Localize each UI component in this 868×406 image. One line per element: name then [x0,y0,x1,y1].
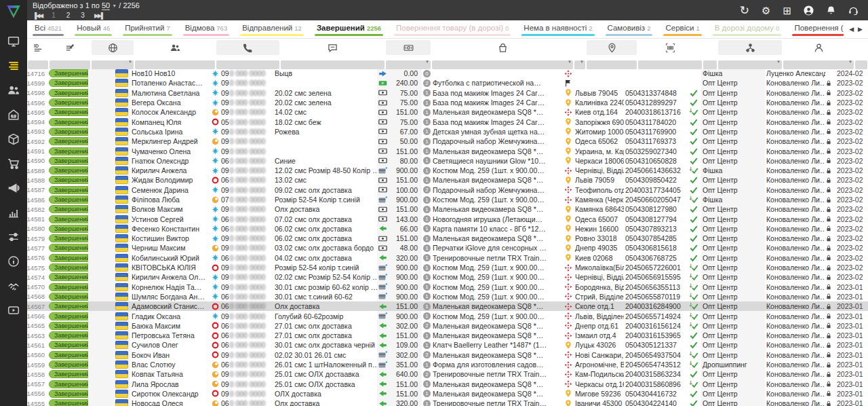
table-row[interactable]: 514561 Завершений Сучилов Олег 060 000 0… [27,340,868,350]
column-header-city[interactable] [587,40,637,55]
tab-pickup[interactable]: Самовивіз2 [600,20,658,38]
table-row[interactable]: 514586 Завершений Філіпова Люба 070 000 … [27,195,868,204]
sidebar-item-statistics[interactable] [0,200,27,225]
sidebar-item-dashboard[interactable] [0,29,27,54]
filter-check-input[interactable] [703,60,717,69]
sidebar-item-showcase[interactable] [0,103,27,127]
column-header-phone[interactable] [216,40,279,55]
filter-payment-input[interactable] [386,60,431,69]
sidebar-item-clients[interactable] [0,78,27,103]
table-row[interactable]: 514589 Завершений Кирилич Анжела 090 000… [27,166,868,175]
table-row[interactable]: 514565 Завершений Баюка Максим 060 000 0… [27,321,868,331]
sidebar-item-purchases[interactable] [0,151,27,176]
page-button-1[interactable]: 1 [52,12,56,19]
table-row[interactable]: 514587 Завершений Семенюк Дарина 090 000… [27,185,868,195]
tab-completed[interactable]: Завершений2256 [309,20,389,38]
column-header-product[interactable] [432,40,573,55]
support-headset-icon[interactable] [848,5,859,16]
filter-ttn-input[interactable] [638,60,702,69]
column-header-check[interactable] [703,40,717,55]
filter-city-input[interactable] [587,60,637,69]
table-row[interactable]: 514575 Завершений КВІТОВСЬКА ЮЛІЯ 090 00… [27,263,868,272]
table-row[interactable]: 514582 Завершений Волков Максим 090 000 … [27,204,868,214]
column-header-source[interactable] [718,40,782,55]
table-row[interactable]: 514570 Завершений Корнелюк Надія Та… 090… [27,282,868,292]
column-header-comment[interactable] [281,40,384,55]
per-page-select[interactable]: 50 [102,1,110,10]
table-row[interactable]: 514574 Завершений Кирилич Анжела Ол… 090… [27,272,868,282]
table-row[interactable]: 514599 Завершений Потапенко Анастас… 090… [27,78,868,88]
tab-on-way-home[interactable]: В дорозі додому0 [707,20,787,38]
table-row[interactable]: 514580 Завершений Фесенко Константин 060… [27,224,868,234]
page-button-2[interactable]: 2 [66,12,71,19]
table-row[interactable]: 514558 Завершений Ковпак Татьяна 090 000… [27,369,868,379]
filter-source-input[interactable] [718,60,782,69]
tab-declined[interactable]: Відмова763 [178,20,235,38]
sidebar-item-tutorials[interactable] [0,298,27,322]
gear-icon[interactable]: ⚙ [762,5,770,16]
column-header-ttn[interactable] [638,40,702,55]
table-row[interactable]: 514567 Завершений Адамовский Станис… 060… [27,301,868,311]
table-row[interactable]: 514576 Завершений Кобилинський Юрий 060 … [27,253,868,263]
column-header-payment[interactable] [386,40,431,55]
table-row[interactable]: 514577 Завершений Черниш Максим 090 000 … [27,243,868,253]
filter-date-input[interactable] [855,60,867,69]
add-order-icon[interactable]: ⊞ [783,5,791,16]
filter-product-input[interactable] [432,60,573,69]
tab-return-completed[interactable]: Повернення (завершений)125 [787,20,844,38]
table-row[interactable]: 514716 Завершений Нов10 Нов10 090 000 00… [27,69,868,78]
column-header-date[interactable] [855,40,867,55]
table-row[interactable]: 514557 Завершений Лила Ярослав 090 000 0… [27,380,868,389]
table-row[interactable]: 514568 Завершений Шумляс Богдана Ан… 060… [27,292,868,301]
table-row[interactable]: 514591 Завершений Чумаченко Олена 090 00… [27,146,868,155]
table-row[interactable]: 514592 Завершений Мерклингер Андрей 090 … [27,136,868,146]
filter-comment-input[interactable] [281,60,384,69]
last-page-button[interactable]: ▶▶▌ [94,12,104,19]
tab-return-transit[interactable]: Повернення товару (в дорозі)0 [389,20,516,38]
tab-new[interactable]: Новый46 [69,20,117,38]
table-row[interactable]: 514566 Завершений Гладик Оксана 090 000 … [27,311,868,320]
sidebar-item-automation[interactable] [0,225,27,249]
page-button-3[interactable]: 3 [81,12,85,19]
sidebar-item-marketing[interactable] [0,176,27,200]
filter-manager-input[interactable] [783,60,854,69]
table-row[interactable]: 514581 Завершений Устинов Сергей 060 000… [27,214,868,223]
sidebar-item-products[interactable] [0,127,27,151]
table-row[interactable]: 514596 Завершений Вегера Оксана 090 000 … [27,98,868,107]
table-row[interactable]: 514560 Завершений Бокоч Иван 090 000 000… [27,350,868,360]
tab-all[interactable]: Всі4521 [27,20,69,38]
tab-services[interactable]: Сервіси1 [658,20,707,38]
profile-icon[interactable] [804,5,814,16]
tab-accepted[interactable]: Прийнятий7 [117,20,178,38]
refresh-icon[interactable]: ↻ [740,5,749,16]
table-row[interactable]: 514593 Завершений Сольська Ірина 090 000… [27,127,868,136]
tabs-scroll-right-icon[interactable]: ▶ [858,26,863,33]
column-header-client[interactable] [135,40,215,55]
column-header-delivery[interactable] [574,40,585,55]
notifications-bell-icon[interactable] [826,5,836,16]
app-logo-icon[interactable] [5,3,22,22]
filter-country-input[interactable] [92,60,134,69]
table-row[interactable]: 514556 Завершений Сиротюк Олександр 090 … [27,389,868,399]
table-row[interactable]: 514590 Завершений Гнатюк Олексндр 060 00… [27,156,868,166]
column-header-id[interactable] [28,40,48,55]
tab-shipped[interactable]: Відправлений12 [235,20,309,38]
table-row[interactable]: 514559 Завершений Влас Слотюу 060 000 00… [27,360,868,369]
tab-out-of-stock[interactable]: Нема в наявності2 [516,20,599,38]
sidebar-item-info[interactable] [0,249,27,274]
filter-delivery-input[interactable] [574,60,585,69]
filter-id-input[interactable] [28,60,48,69]
table-row[interactable]: 514563 Завершений Петровська Тетяна 060 … [27,331,868,340]
per-page-caret-icon[interactable]: ▼ [112,3,117,8]
sidebar-item-partners[interactable] [0,274,27,298]
table-row[interactable]: 514598 Завершений Малютина Светлана 090 … [27,88,868,98]
column-header-status[interactable] [50,40,90,55]
table-row[interactable]: 514588 Завершений Жидак Володимир 060 00… [27,175,868,185]
table-row[interactable]: 514594 Завершений Компанец Юля 050 000 0… [27,117,868,126]
filter-client-input[interactable] [135,60,215,69]
tabs-scroll-left-icon[interactable]: ◀ [849,26,854,33]
column-header-country[interactable] [92,40,134,55]
table-row[interactable]: 514579 Завершений Костишин Виктор 090 00… [27,234,868,243]
column-header-manager[interactable] [783,40,854,55]
filter-status-input[interactable] [50,60,90,69]
